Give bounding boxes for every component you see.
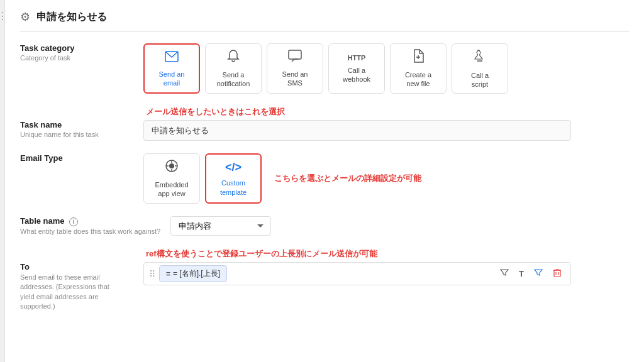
email-type-section: Email Type Embeddedapp view xyxy=(20,153,629,204)
email-type-grid: Embeddedapp view </> Customtemplate こちらを… xyxy=(143,153,629,204)
task-name-desc: Unique name for this task xyxy=(20,131,133,138)
task-category-label: Task category Category of task xyxy=(20,43,133,62)
webhook-icon: HTTP xyxy=(348,53,366,62)
task-btn-call-script[interactable]: Call ascript xyxy=(452,43,508,94)
task-btn-webhook-label: Call awebhook xyxy=(343,66,370,84)
page-header: ⚙ 申請を知らせる xyxy=(20,10,629,32)
task-btn-create-file-label: Create anew file xyxy=(405,70,431,89)
task-btn-create-file[interactable]: Create anew file xyxy=(390,43,447,94)
create-file-icon xyxy=(413,49,424,67)
email-type-custom-template[interactable]: </> Customtemplate xyxy=(205,153,262,204)
equals-sign: = xyxy=(166,270,170,278)
table-name-label: Table name i What entity table does this… xyxy=(20,216,160,235)
embedded-icon xyxy=(165,159,179,177)
page-title: 申請を知らせる xyxy=(36,11,107,24)
task-name-label: Task name Unique name for this task xyxy=(20,120,133,138)
email-type-content: Embeddedapp view </> Customtemplate こちらを… xyxy=(143,153,629,204)
notification-icon xyxy=(227,49,240,67)
to-title: To xyxy=(20,262,133,272)
custom-template-icon: </> xyxy=(225,160,242,175)
email-type-label: Email Type xyxy=(20,153,133,164)
email-type-annotation: こちらを選ぶとメールの詳細設定が可能 xyxy=(274,173,421,184)
svg-rect-7 xyxy=(554,270,560,277)
task-btn-send-email-label: Send anemail xyxy=(159,70,185,88)
task-btn-notification-label: Send anotification xyxy=(217,70,250,89)
to-input-row: ⠿ = = [名前].[上長] T xyxy=(143,262,571,285)
to-actions: T xyxy=(496,266,565,282)
task-btn-script-label: Call ascript xyxy=(471,71,489,89)
svg-rect-1 xyxy=(289,50,301,59)
drag-handle-icon[interactable]: ⠿ xyxy=(149,269,155,279)
task-btn-sms-label: Send anSMS xyxy=(282,70,308,88)
task-category-desc: Category of task xyxy=(20,54,133,62)
script-icon xyxy=(472,48,487,67)
to-expression-value: = [名前].[上長] xyxy=(173,268,220,279)
task-category-title: Task category xyxy=(20,43,133,53)
table-ref-annotation: ref構文を使うことで登録ユーザーの上長別にメール送信が可能 xyxy=(146,248,629,260)
to-section: To Send email to these email addresses. … xyxy=(20,262,629,312)
task-btn-webhook[interactable]: HTTP Call awebhook xyxy=(328,43,385,94)
to-label: To Send email to these email addresses. … xyxy=(20,262,133,312)
task-btn-send-notification[interactable]: Send anotification xyxy=(205,43,262,94)
task-btn-send-email[interactable]: Send anemail xyxy=(143,43,200,94)
to-filter-btn[interactable] xyxy=(496,266,513,282)
table-name-select[interactable]: 申請内容 xyxy=(170,216,271,236)
table-name-content: 申請内容 xyxy=(170,216,629,236)
sidebar: ⋮ xyxy=(0,0,5,362)
custom-template-label: Customtemplate xyxy=(220,178,247,197)
email-type-title: Email Type xyxy=(20,153,133,163)
sms-icon xyxy=(288,50,302,66)
to-desc: Send email to these email addresses. (Ex… xyxy=(20,273,121,312)
task-name-input[interactable] xyxy=(143,120,571,141)
to-content: ⠿ = = [名前].[上長] T xyxy=(143,262,571,285)
main-content: ⚙ 申請を知らせる Task category Category of task xyxy=(5,0,644,362)
email-icon xyxy=(165,50,179,66)
email-type-embedded[interactable]: Embeddedapp view xyxy=(143,153,200,204)
to-text-btn[interactable]: T xyxy=(515,266,528,281)
to-delete-btn[interactable] xyxy=(549,266,565,282)
task-name-section: Task name Unique name for this task xyxy=(20,120,629,141)
table-name-title: Table name i xyxy=(20,216,160,226)
task-category-section: Task category Category of task Send anem… xyxy=(20,43,629,94)
task-name-content xyxy=(143,120,629,141)
table-name-desc: What entity table does this task work ag… xyxy=(20,228,160,235)
task-name-title: Task name xyxy=(20,120,133,129)
table-name-section: Table name i What entity table does this… xyxy=(20,216,629,236)
table-name-info-icon[interactable]: i xyxy=(69,217,78,226)
to-sort-btn[interactable] xyxy=(530,266,547,282)
task-btn-send-sms[interactable]: Send anSMS xyxy=(267,43,323,94)
task-category-grid: Send anemail Send anotification xyxy=(143,43,629,94)
svg-point-6 xyxy=(169,163,174,168)
to-expression-chip[interactable]: = = [名前].[上長] xyxy=(159,265,227,282)
header-gear-icon: ⚙ xyxy=(20,10,30,24)
task-category-annotation: メール送信をしたいときはこれを選択 xyxy=(146,106,629,118)
task-category-content: Send anemail Send anotification xyxy=(143,43,629,94)
embedded-label: Embeddedapp view xyxy=(155,180,188,199)
svg-point-4 xyxy=(477,60,482,62)
